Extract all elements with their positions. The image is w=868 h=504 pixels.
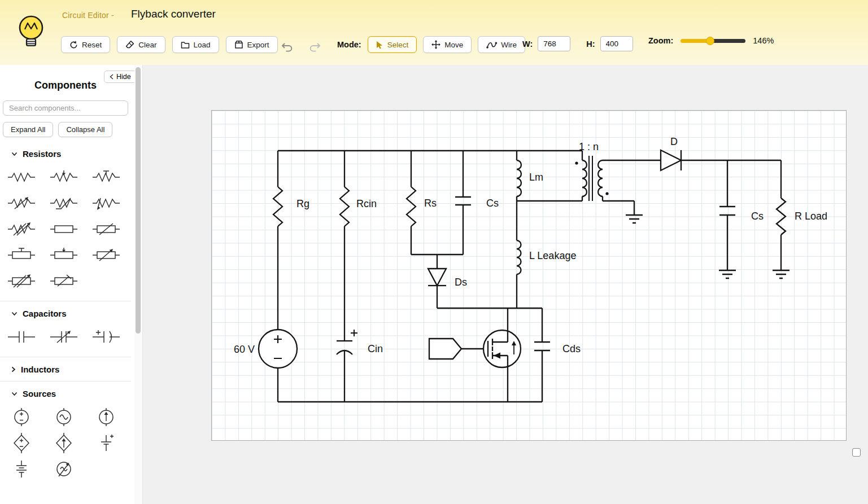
sidebar-scrollbar[interactable]	[134, 65, 142, 504]
ground-cs-out[interactable]	[719, 270, 736, 278]
reset-button[interactable]: Reset	[61, 36, 110, 53]
resistor-rg[interactable]	[273, 187, 282, 226]
component-rheostat[interactable]	[3, 216, 40, 242]
adjustable-resistor-icon	[50, 170, 78, 185]
label-lm: Lm	[529, 172, 543, 183]
component-resistor[interactable]	[3, 164, 40, 190]
resistors-palette	[0, 162, 131, 297]
redo-button[interactable]	[305, 38, 324, 55]
width-input[interactable]	[538, 36, 570, 51]
folder-icon	[181, 41, 190, 49]
sources-palette	[0, 402, 131, 485]
section-sources: Sources	[0, 382, 131, 489]
varistor-icon	[7, 196, 36, 211]
mosfet[interactable]	[483, 308, 521, 402]
component-polarized-capacitor[interactable]	[88, 324, 125, 350]
component-varistor[interactable]	[3, 190, 40, 216]
component-controlled-voltage-source[interactable]	[3, 430, 40, 456]
section-sources-header[interactable]: Sources	[0, 382, 131, 402]
diode-ds[interactable]	[428, 269, 446, 286]
mode-wire-button[interactable]: Wire	[478, 36, 525, 53]
header: Circuit Editor - Flyback converter Reset…	[0, 0, 868, 65]
thermistor-icon	[50, 196, 78, 211]
photoresistor-icon	[92, 196, 120, 211]
section-capacitors-header[interactable]: Capacitors	[0, 301, 131, 322]
load-button[interactable]: Load	[172, 36, 219, 53]
capacitor-cin[interactable]	[337, 330, 357, 354]
component-dc-current-source[interactable]	[88, 404, 125, 430]
height-input[interactable]	[600, 36, 633, 51]
mode-label: Mode:	[337, 40, 361, 49]
toolbar: Reset Clear Load Export	[61, 36, 278, 53]
section-resistors-header[interactable]: Resistors	[0, 142, 131, 162]
expand-all-button[interactable]: Expand All	[3, 122, 53, 137]
section-resistors: Resistors	[0, 142, 131, 301]
mode-move-button[interactable]: Move	[423, 36, 472, 53]
component-battery[interactable]	[3, 456, 40, 482]
canvas-checkbox[interactable]	[852, 448, 861, 457]
component-signal-generator[interactable]	[45, 456, 82, 482]
clear-button[interactable]: Clear	[117, 36, 165, 53]
hide-sidebar-button[interactable]: Hide	[104, 71, 137, 83]
component-variable-capacitor[interactable]	[45, 324, 82, 350]
export-button[interactable]: Export	[226, 36, 278, 53]
component-rheostat-iec[interactable]	[3, 268, 40, 294]
component-tapped-resistor[interactable]	[88, 164, 125, 190]
undo-button[interactable]	[278, 38, 297, 55]
label-ds: Ds	[455, 277, 467, 288]
label-rs: Rs	[424, 198, 437, 209]
section-inductors-header[interactable]: Inductors	[0, 357, 131, 378]
rheostat-iec-icon	[7, 274, 36, 288]
component-adjustable-resistor[interactable]	[45, 164, 82, 190]
component-resistor-iec[interactable]	[45, 216, 82, 242]
ground-secondary[interactable]	[626, 215, 643, 223]
component-trimmer-iec[interactable]	[45, 268, 82, 294]
component-thermistor[interactable]	[45, 190, 82, 216]
zoom-slider[interactable]	[681, 36, 745, 45]
component-potentiometer-iec[interactable]	[3, 242, 40, 268]
undo-icon	[281, 42, 294, 52]
wires[interactable]	[278, 151, 781, 402]
label-cs-snubber: Cs	[486, 198, 499, 209]
voltage-source-60v[interactable]	[259, 330, 297, 368]
wire-lm-branch	[517, 151, 582, 201]
component-capacitor[interactable]	[3, 324, 40, 350]
component-controlled-current-source[interactable]	[45, 430, 82, 456]
component-dc-voltage-source[interactable]	[3, 404, 40, 430]
sidebar-scrollbar-thumb[interactable]	[136, 67, 141, 334]
resistor-rs[interactable]	[407, 187, 416, 226]
collapse-all-button[interactable]: Collapse All	[58, 122, 112, 137]
dimension-group: W: H:	[522, 36, 633, 51]
preset-resistor-iec-icon	[92, 248, 120, 262]
component-tapped-resistor-iec[interactable]	[45, 242, 82, 268]
reset-icon	[69, 41, 78, 49]
chevron-left-icon	[110, 74, 114, 80]
search-components-input[interactable]	[3, 100, 128, 116]
transformer[interactable]	[575, 156, 608, 201]
diode-d[interactable]	[661, 150, 681, 170]
circuit-canvas[interactable]: 60 V Rg Rcin Rs Cs Cin Ds Lm L Leakage 1…	[211, 110, 847, 441]
inductor-l-leakage[interactable]	[517, 240, 521, 274]
inductor-lm[interactable]	[517, 160, 521, 196]
circuit-svg: 60 V Rg Rcin Rs Cs Cin Ds Lm L Leakage 1…	[212, 111, 847, 441]
component-varistor-iec[interactable]	[88, 216, 125, 242]
zoom-slider-thumb[interactable]	[706, 37, 714, 45]
component-preset-resistor-iec[interactable]	[88, 242, 125, 268]
component-photoresistor[interactable]	[88, 190, 125, 216]
ground-r-load[interactable]	[773, 270, 790, 278]
capacitor-cs-out[interactable]	[719, 207, 735, 215]
canvas-area: 60 V Rg Rcin Rs Cs Cin Ds Lm L Leakage 1…	[143, 65, 868, 504]
component-cell[interactable]	[88, 430, 125, 456]
resistor-r-load[interactable]	[777, 198, 786, 235]
mode-select-button[interactable]: Select	[368, 36, 417, 53]
component-ac-voltage-source[interactable]	[45, 404, 82, 430]
redo-icon	[308, 42, 321, 52]
capacitor-cs-snubber[interactable]	[455, 197, 471, 205]
gate-input-tag[interactable]	[429, 339, 488, 359]
capacitor-cds[interactable]	[534, 342, 550, 350]
label-rcin: Rcin	[356, 198, 377, 209]
width-label: W:	[522, 40, 533, 49]
resistor-rcin[interactable]	[340, 187, 349, 226]
expand-collapse-row: Expand All Collapse All	[3, 122, 131, 137]
trimmer-iec-icon	[50, 274, 78, 288]
